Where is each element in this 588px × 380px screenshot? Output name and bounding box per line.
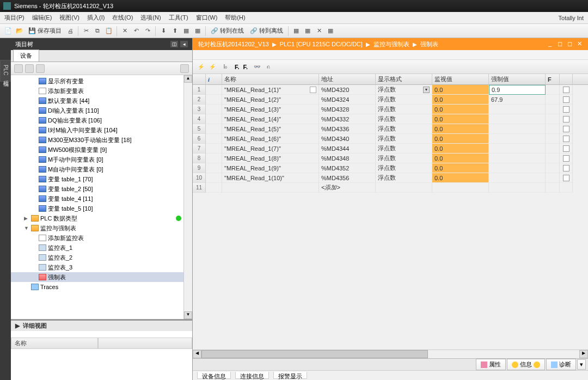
expand-icon[interactable]: ▼ [24, 225, 29, 231]
scroll-up-icon[interactable]: ▲ [184, 75, 192, 83]
restore-icon[interactable]: ◻ [555, 40, 564, 48]
menu-window[interactable]: 窗口(W) [196, 14, 218, 22]
table-row[interactable]: 3 "MREAL_Read_1(3)" %MD4328 浮点数 0.0 [193, 105, 588, 114]
cell-format[interactable]: 浮点数 [376, 124, 432, 134]
download-icon[interactable]: ⬇ [158, 26, 168, 36]
tree-node[interactable]: M300至M330手动输出变量 [18] [11, 135, 183, 145]
tree-node[interactable]: 监控表_2 [11, 253, 183, 262]
cell-address[interactable]: %MD4344 [319, 144, 376, 154]
force-stop-button[interactable]: F. [242, 64, 249, 70]
scroll-right-icon[interactable]: ▶ [579, 350, 588, 358]
checkbox-icon[interactable] [563, 106, 569, 113]
tool-icon-2[interactable]: ▦ [303, 26, 313, 36]
dropdown-icon[interactable]: ▼ [423, 87, 430, 93]
cell-name[interactable]: "MREAL_Read_1(3)" [222, 105, 319, 114]
tree-back-icon[interactable] [25, 64, 34, 73]
tree-tool-icon[interactable] [14, 64, 23, 73]
cell-checkbox[interactable] [560, 134, 573, 144]
save-project-button[interactable]: 💾 保存项目 [26, 26, 64, 36]
col-f[interactable]: F [546, 74, 560, 84]
checkbox-icon[interactable] [563, 126, 569, 132]
tree-node[interactable]: M手动中间变量表 [0] [11, 155, 183, 164]
tree-node[interactable]: ▶ PLC 数据类型 [11, 213, 183, 223]
tool-icon-4[interactable]: ▦ [326, 26, 335, 36]
scroll-thumb[interactable] [201, 350, 428, 358]
delete-icon[interactable]: ✕ [120, 26, 130, 36]
io-icon[interactable]: I₀ [220, 62, 230, 72]
cell-force[interactable] [489, 114, 546, 124]
cell-force[interactable]: 67.9 [489, 95, 546, 105]
open-icon[interactable]: 📂 [15, 26, 24, 36]
cell-format[interactable]: 浮点数 [376, 95, 432, 105]
copy-icon[interactable]: ⧉ [93, 26, 102, 36]
cell-force[interactable] [489, 144, 546, 154]
subtab-alarm[interactable]: 报警显示 [273, 372, 307, 379]
cell-name[interactable]: "MREAL_Read_1(4)" [222, 114, 319, 124]
menu-insert[interactable]: 插入(I) [87, 14, 105, 22]
cell-f[interactable] [546, 124, 560, 134]
add-placeholder[interactable]: <添加> [319, 183, 376, 193]
cell-f[interactable] [546, 154, 560, 163]
tree-node[interactable]: 添加新监控表 [11, 233, 183, 243]
tree-node[interactable]: 强制表 [11, 272, 183, 282]
table-row[interactable]: 2 "MREAL_Read_1(2)" %MD4324 浮点数 0.0 67.9 [193, 95, 588, 105]
tree-node[interactable]: 变量 table_2 [50] [11, 184, 183, 194]
tree-node[interactable]: 变量 table_5 [10] [11, 204, 183, 213]
tree-node[interactable]: MW500模拟量变量 [9] [11, 145, 183, 155]
cell-force[interactable] [489, 124, 546, 134]
cell-name[interactable]: "MREAL_Read_1(7)" [222, 144, 319, 154]
cell-name[interactable]: "MREAL_Read_1(10)" [222, 173, 319, 183]
undo-icon[interactable]: ↶ [131, 26, 141, 36]
cell-f[interactable] [546, 105, 560, 114]
table-row[interactable]: 7 "MREAL_Read_1(7)" %MD4344 浮点数 0.0 [193, 144, 588, 154]
cell-address[interactable]: %MD4324 [319, 95, 376, 105]
checkbox-icon[interactable] [563, 96, 569, 103]
table-row[interactable]: 1 "MREAL_Read_1(1)" %MD4320 浮点数▼ 0.0 0.9 [193, 85, 588, 95]
tree-node[interactable]: 变量 table_4 [11] [11, 194, 183, 204]
col-force[interactable]: 强制值 [489, 74, 546, 84]
cell-checkbox[interactable] [560, 124, 573, 134]
menu-project[interactable]: 项目(P) [4, 14, 24, 22]
checkbox-icon[interactable] [563, 155, 569, 162]
maximize-icon[interactable]: ◻ [565, 40, 574, 48]
cell-force[interactable] [489, 173, 546, 183]
minimize-icon[interactable]: _ [546, 40, 554, 48]
tab-devices[interactable]: 设备 [13, 50, 39, 62]
cell-checkbox[interactable] [560, 105, 573, 114]
compile-icon[interactable]: ▦ [181, 26, 191, 36]
col-monitor[interactable]: 监视值 [432, 74, 489, 84]
crumb-project[interactable]: 轮对检压机20141202_V13 [197, 40, 270, 48]
menu-help[interactable]: 帮助(H) [225, 14, 245, 22]
inspector-toggle-icon[interactable]: ▾ [577, 359, 586, 370]
h-scrollbar[interactable]: ◀ ▶ [193, 350, 588, 358]
tree-node[interactable]: 监控表_3 [11, 262, 183, 272]
tree-node[interactable]: M自动中间变量表 [0] [11, 164, 183, 174]
cell-f[interactable] [546, 85, 560, 95]
cell-format[interactable]: 浮点数 [376, 173, 432, 183]
tree-node[interactable]: I对M输入中间变量表 [104] [11, 125, 183, 135]
menu-options[interactable]: 选项(N) [140, 14, 161, 22]
tree-node[interactable]: Traces [11, 282, 183, 292]
cell-f[interactable] [546, 134, 560, 144]
cell-checkbox[interactable] [560, 173, 573, 183]
go-online-button[interactable]: 🔗 转到在线 [209, 26, 246, 36]
tool-icon-1[interactable]: ▦ [291, 26, 301, 36]
table-row[interactable]: 9 "MREAL_Read_1(9)" %MD4352 浮点数 0.0 [193, 163, 588, 173]
col-format[interactable]: 显示格式 [376, 74, 432, 84]
cell-name[interactable]: "MREAL_Read_1(8)" [222, 154, 319, 163]
collapse-icon[interactable]: ◂ [180, 41, 188, 47]
cell-address[interactable]: %MD4352 [319, 163, 376, 173]
cell-force[interactable] [489, 154, 546, 163]
cell-format[interactable]: 浮点数 [376, 163, 432, 173]
expand-icon[interactable]: ▶ [24, 216, 29, 221]
monitor-all-icon[interactable]: ⚡ [196, 62, 206, 72]
subtab-connection[interactable]: 连接信息 [235, 372, 269, 379]
cell-force[interactable] [489, 134, 546, 144]
cell-f[interactable] [546, 95, 560, 105]
checkbox-icon[interactable] [563, 165, 569, 171]
checkbox-icon[interactable] [563, 145, 569, 152]
tree-node[interactable]: 显示所有变量 [11, 76, 183, 86]
tab-properties[interactable]: 属性 [476, 359, 506, 370]
cell-address[interactable]: %MD4332 [319, 114, 376, 124]
cell-name[interactable]: "MREAL_Read_1(5)" [222, 124, 319, 134]
